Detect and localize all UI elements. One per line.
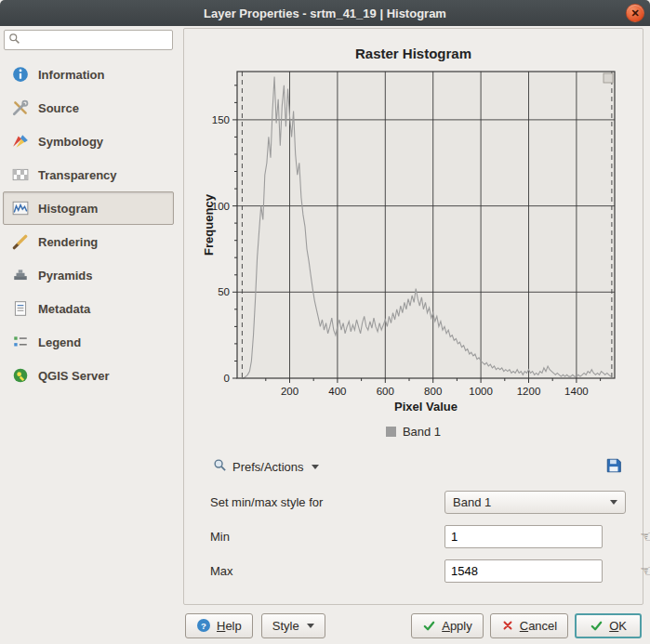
svg-text:1400: 1400 bbox=[564, 386, 589, 397]
svg-text:1200: 1200 bbox=[516, 386, 540, 397]
band-select[interactable]: Band 1 bbox=[444, 491, 626, 514]
close-icon: ✕ bbox=[630, 8, 639, 19]
sidebar-item-transparency[interactable]: Transparency bbox=[3, 158, 174, 191]
help-button[interactable]: ? Help bbox=[185, 613, 253, 638]
svg-text:600: 600 bbox=[376, 386, 393, 397]
metadata-icon bbox=[11, 299, 30, 318]
max-label: Max bbox=[210, 564, 444, 578]
sidebar-item-qgis-server[interactable]: QGIS Server bbox=[3, 359, 174, 392]
svg-text:0: 0 bbox=[223, 373, 229, 384]
magnifier-icon bbox=[213, 458, 227, 475]
sidebar-item-information[interactable]: Information bbox=[3, 58, 174, 91]
sidebar-item-pyramids[interactable]: Pyramids bbox=[3, 258, 174, 292]
sidebar-item-histogram[interactable]: Histogram bbox=[3, 191, 174, 225]
page-title: Raster Histogram bbox=[193, 46, 633, 61]
chevron-down-icon bbox=[312, 465, 319, 469]
svg-text:400: 400 bbox=[328, 386, 346, 397]
search-input[interactable] bbox=[24, 33, 168, 46]
server-icon bbox=[11, 366, 30, 385]
svg-text:Frequency: Frequency bbox=[202, 193, 216, 256]
save-icon bbox=[605, 457, 622, 477]
histogram-icon bbox=[11, 199, 30, 217]
svg-text:?: ? bbox=[201, 621, 206, 631]
min-input[interactable] bbox=[444, 525, 603, 548]
info-icon bbox=[11, 65, 30, 84]
sidebar-item-symbology[interactable]: Symbology bbox=[3, 125, 174, 158]
cancel-button[interactable]: Cancel bbox=[490, 613, 568, 638]
pick-min-hand-icon[interactable]: ☜ bbox=[640, 529, 650, 545]
ok-button[interactable]: OK bbox=[575, 613, 642, 638]
style-button[interactable]: Style bbox=[261, 613, 325, 638]
style-label: Style bbox=[272, 619, 299, 633]
set-minmax-label: Set min/max style for bbox=[210, 495, 444, 509]
svg-text:800: 800 bbox=[424, 386, 442, 397]
chevron-down-icon bbox=[610, 500, 617, 505]
dialog-button-row: ? Help Style Apply bbox=[183, 605, 643, 638]
titlebar[interactable]: Layer Properties - srtm_41_19 | Histogra… bbox=[0, 0, 650, 26]
sidebar-item-source[interactable]: Source bbox=[3, 91, 174, 125]
cancel-x-icon bbox=[501, 619, 514, 632]
pyramids-icon bbox=[11, 266, 30, 284]
legend-label: Band 1 bbox=[403, 425, 441, 439]
symbology-icon bbox=[11, 132, 30, 151]
transparency-icon bbox=[11, 165, 30, 184]
close-button[interactable]: ✕ bbox=[626, 4, 644, 22]
legend-swatch bbox=[386, 427, 396, 437]
cancel-label: Cancel bbox=[520, 619, 557, 633]
sidebar-item-metadata[interactable]: Metadata bbox=[3, 292, 174, 325]
rendering-icon bbox=[11, 232, 30, 251]
min-label: Min bbox=[210, 530, 444, 544]
sidebar-item-rendering[interactable]: Rendering bbox=[3, 225, 174, 258]
histogram-page: Raster Histogram 20040060080010001200140… bbox=[183, 28, 643, 605]
chart-legend: Band 1 bbox=[193, 425, 633, 439]
help-icon: ? bbox=[196, 618, 211, 633]
raster-histogram-chart[interactable]: 200400600800100012001400050100150Pixel V… bbox=[200, 67, 628, 423]
svg-text:Pixel Value: Pixel Value bbox=[394, 400, 458, 414]
band-select-value: Band 1 bbox=[453, 495, 603, 509]
apply-button[interactable]: Apply bbox=[411, 613, 484, 638]
max-input[interactable] bbox=[444, 559, 603, 583]
search-icon bbox=[8, 33, 20, 47]
apply-check-icon bbox=[422, 619, 436, 633]
svg-text:150: 150 bbox=[211, 114, 229, 125]
prefs-actions-button[interactable]: Prefs/Actions bbox=[205, 453, 327, 480]
window-title: Layer Properties - srtm_41_19 | Histogra… bbox=[204, 7, 446, 20]
help-label: Help bbox=[217, 619, 242, 633]
prefs-actions-label: Prefs/Actions bbox=[232, 460, 304, 474]
pick-max-hand-icon[interactable]: ☜ bbox=[640, 563, 650, 579]
ok-label: OK bbox=[609, 619, 627, 633]
sidebar: Information Source Symbology Transparenc… bbox=[0, 26, 177, 644]
svg-text:50: 50 bbox=[218, 286, 230, 297]
svg-text:200: 200 bbox=[280, 386, 298, 397]
source-icon bbox=[11, 99, 30, 117]
chevron-down-icon bbox=[307, 624, 314, 628]
sidebar-search[interactable] bbox=[4, 30, 173, 50]
legend-icon bbox=[11, 333, 30, 351]
layer-properties-dialog: Layer Properties - srtm_41_19 | Histogra… bbox=[0, 0, 650, 644]
sidebar-item-legend[interactable]: Legend bbox=[3, 325, 174, 359]
apply-label: Apply bbox=[442, 619, 472, 633]
ok-check-icon bbox=[590, 619, 604, 633]
svg-text:1000: 1000 bbox=[469, 386, 493, 397]
save-histogram-button[interactable] bbox=[600, 454, 628, 479]
